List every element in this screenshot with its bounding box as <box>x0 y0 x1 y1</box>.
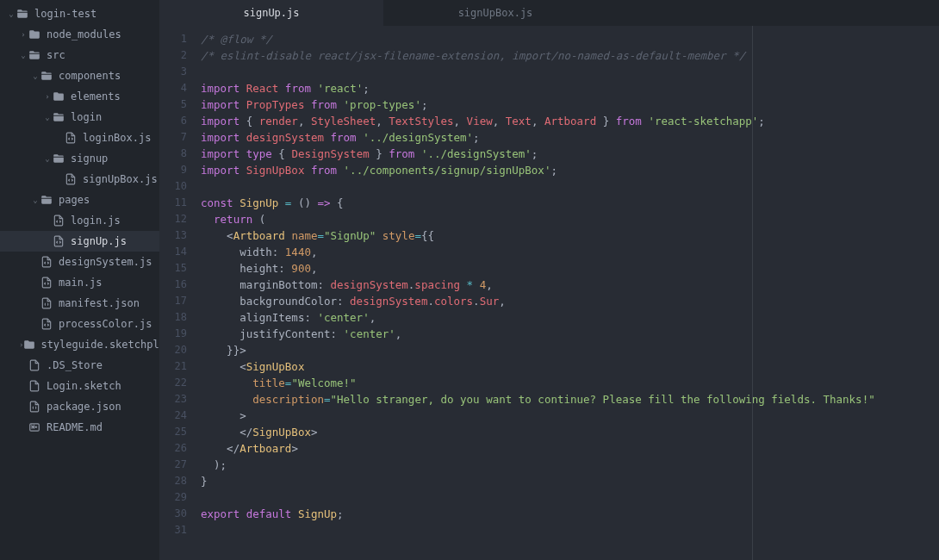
file-json-icon <box>40 296 53 310</box>
tab-signUp-js[interactable]: signUp.js <box>159 0 383 26</box>
token: = <box>414 229 421 242</box>
code-line[interactable]: /* eslint-disable react/jsx-filename-ext… <box>194 47 939 64</box>
code-line[interactable]: width: 1440, <box>194 244 939 260</box>
token: View <box>467 115 493 128</box>
code-line[interactable]: import type { DesignSystem } from '../de… <box>194 146 939 162</box>
token: /* eslint-disable react/jsx-filename-ext… <box>201 49 745 62</box>
token: , <box>370 311 376 324</box>
token <box>304 98 311 111</box>
code-line[interactable]: <Artboard name="SignUp" style={{ <box>194 227 939 244</box>
tree-item-designSystem-js[interactable]: ·designSystem.js <box>0 252 159 272</box>
token: from <box>331 131 357 144</box>
tree-item-components[interactable]: ⌄components <box>0 65 159 86</box>
tree-item-signUp-js[interactable]: ·signUp.js <box>0 231 159 252</box>
tree-item-Login-sketch[interactable]: ·Login.sketch <box>0 376 159 396</box>
code-line[interactable] <box>194 64 939 80</box>
file-code-icon <box>64 172 78 186</box>
line-number: 27 <box>159 457 187 473</box>
chevron-down-icon[interactable]: ⌄ <box>7 9 16 18</box>
code-area[interactable]: /* @flow *//* eslint-disable react/jsx-f… <box>194 26 939 560</box>
file-code-icon <box>40 276 53 289</box>
token: justifyContent: <box>201 327 344 340</box>
code-line[interactable] <box>194 522 939 538</box>
tree-item-signUpBox-js[interactable]: ·signUpBox.js <box>0 169 159 190</box>
chevron-right-icon[interactable]: › <box>43 92 52 101</box>
tree-item--DS_Store[interactable]: ·.DS_Store <box>0 355 159 376</box>
token: name <box>291 229 317 242</box>
code-line[interactable]: <SignUpBox <box>194 358 939 375</box>
code-line[interactable]: backgroundColor: designSystem.colors.Sur… <box>194 293 939 309</box>
tree-item-label: login.js <box>71 215 121 227</box>
tree-item-label: signUpBox.js <box>83 173 158 185</box>
token: PropTypes <box>246 98 305 111</box>
token: ; <box>550 164 557 177</box>
token: SignUpBox <box>246 360 305 373</box>
chevron-down-icon[interactable]: ⌄ <box>19 51 28 59</box>
code-line[interactable]: import PropTypes from 'prop-types'; <box>194 96 939 113</box>
token: "SignUp" <box>324 229 376 242</box>
tree-item-label: designSystem.js <box>59 256 152 268</box>
code-line[interactable] <box>194 178 939 195</box>
code-line[interactable] <box>194 489 939 506</box>
tree-item-node_modules[interactable]: ›node_modules <box>0 24 159 45</box>
token: marginBottom: <box>201 278 331 291</box>
code-line[interactable]: return ( <box>194 211 939 227</box>
code-line[interactable]: height: 900, <box>194 260 939 277</box>
chevron-down-icon[interactable]: ⌄ <box>31 72 40 80</box>
line-number: 21 <box>159 358 187 375</box>
code-line[interactable]: alignItems: 'center', <box>194 309 939 326</box>
chevron-down-icon[interactable]: ⌄ <box>43 154 52 163</box>
chevron-right-icon[interactable]: › <box>19 30 28 39</box>
chevron-down-icon[interactable]: ⌄ <box>43 113 52 121</box>
code-line[interactable]: description="Hello stranger, do you want… <box>194 391 939 408</box>
editor[interactable]: 1234567891011121314151617181920212223242… <box>159 26 939 560</box>
file-code-icon <box>52 214 65 227</box>
code-line[interactable]: ); <box>194 457 939 473</box>
code-line[interactable]: import SignUpBox from '../components/sig… <box>194 162 939 178</box>
code-line[interactable]: export default SignUp; <box>194 506 939 522</box>
token: < <box>201 229 233 242</box>
token: , <box>486 278 493 291</box>
tree-item-src[interactable]: ⌄src <box>0 45 159 65</box>
token: from <box>616 115 642 128</box>
chevron-down-icon[interactable]: ⌄ <box>31 196 40 204</box>
code-line[interactable]: }}> <box>194 342 939 358</box>
file-tree-sidebar[interactable]: ⌄login-test›node_modules⌄src⌄components›… <box>0 0 159 560</box>
code-line[interactable]: title="Welcome!" <box>194 375 939 391</box>
code-line[interactable]: > <box>194 408 939 424</box>
code-line[interactable]: const SignUp = () => { <box>194 195 939 211</box>
tree-item-login-js[interactable]: ·login.js <box>0 210 159 231</box>
tree-item-elements[interactable]: ›elements <box>0 86 159 107</box>
code-line[interactable]: import React from 'react'; <box>194 80 939 96</box>
token: , <box>298 115 311 128</box>
tree-item-processColor-js[interactable]: ·processColor.js <box>0 314 159 334</box>
code-line[interactable]: </Artboard> <box>194 440 939 457</box>
code-line[interactable]: marginBottom: designSystem.spacing * 4, <box>194 277 939 293</box>
tree-item-label: README.md <box>47 421 103 433</box>
code-line[interactable]: justifyContent: 'center', <box>194 326 939 342</box>
token: > <box>201 409 246 422</box>
tree-item-loginBox-js[interactable]: ·loginBox.js <box>0 128 159 148</box>
tree-item-signup[interactable]: ⌄signup <box>0 148 159 169</box>
tab-signUpBox-js[interactable]: signUpBox.js <box>383 0 607 26</box>
line-gutter: 1234567891011121314151617181920212223242… <box>159 26 194 560</box>
folder-icon <box>28 28 41 41</box>
tree-item-login-test[interactable]: ⌄login-test <box>0 3 159 24</box>
tree-item-README-md[interactable]: ·README.md <box>0 417 159 438</box>
code-line[interactable]: /* @flow */ <box>194 31 939 47</box>
tree-item-login[interactable]: ⌄login <box>0 107 159 128</box>
token: ; <box>758 115 765 128</box>
tree-item-pages[interactable]: ⌄pages <box>0 190 159 210</box>
token <box>239 98 246 111</box>
tree-item-styleguide-sketchplugin[interactable]: ›styleguide.sketchplugin <box>0 334 159 355</box>
token: import <box>201 115 239 128</box>
tree-item-manifest-json[interactable]: ·manifest.json <box>0 293 159 314</box>
tree-item-main-js[interactable]: ·main.js <box>0 272 159 293</box>
code-line[interactable]: import { render, StyleSheet, TextStyles,… <box>194 113 939 129</box>
token: 1440 <box>285 246 311 258</box>
code-line[interactable]: </SignUpBox> <box>194 424 939 440</box>
line-number: 24 <box>159 408 187 424</box>
code-line[interactable]: } <box>194 473 939 489</box>
code-line[interactable]: import designSystem from '../designSyste… <box>194 129 939 146</box>
tree-item-package-json[interactable]: ·package.json <box>0 396 159 417</box>
